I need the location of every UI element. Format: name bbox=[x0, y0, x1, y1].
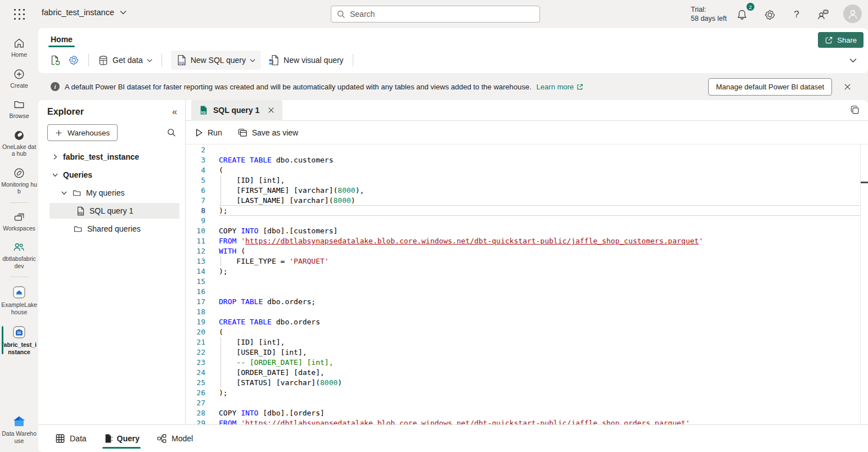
code-line[interactable]: 28COPY INTO [dbo].[orders] bbox=[186, 408, 868, 418]
code-token: INTO bbox=[241, 409, 258, 417]
add-warehouses-button[interactable]: Warehouses bbox=[47, 124, 118, 141]
nav-onelake-data-hub[interactable]: OneLake data hub bbox=[0, 126, 38, 161]
code-token: COPY bbox=[219, 409, 241, 417]
query-tab[interactable]: SQL SQL query 1 bbox=[191, 100, 282, 121]
code-line[interactable]: 8); bbox=[186, 206, 868, 216]
tab-data[interactable]: Data bbox=[55, 425, 87, 452]
manage-dataset-button[interactable]: Manage default Power BI dataset bbox=[708, 78, 832, 96]
notifications-button[interactable]: 2 bbox=[733, 6, 751, 24]
code-token: 8000 bbox=[334, 196, 351, 205]
code-line[interactable]: 6 [FIRST_NAME] [varchar](8000), bbox=[186, 186, 868, 196]
tree-item-my-queries[interactable]: My queries bbox=[47, 184, 179, 202]
indent-guide bbox=[221, 368, 221, 378]
close-tab-icon[interactable] bbox=[268, 107, 275, 114]
code-line[interactable]: 27 bbox=[186, 398, 868, 408]
code-line[interactable]: 17DROP TABLE dbo.orders; bbox=[186, 297, 868, 307]
line-number: 8 bbox=[186, 206, 205, 216]
get-data-button[interactable]: Get data bbox=[98, 55, 152, 66]
workspace-main: Explorer « Warehouses fabric_test_instan… bbox=[38, 100, 868, 452]
code-line[interactable]: 24 [ORDER_DATE] [date], bbox=[186, 368, 868, 378]
tab-query[interactable]: Query bbox=[104, 425, 140, 452]
feedback-button[interactable] bbox=[814, 6, 832, 24]
tree-item-warehouse[interactable]: fabric_test_instance bbox=[47, 148, 179, 166]
database-icon bbox=[98, 55, 109, 66]
doc-refresh-icon bbox=[50, 55, 61, 66]
warehouse-icon bbox=[12, 325, 26, 340]
home-icon bbox=[13, 37, 25, 49]
settings-button[interactable] bbox=[761, 6, 779, 24]
code-line[interactable]: 5 [ID] [int], bbox=[186, 175, 868, 186]
code-line-content: ); bbox=[219, 266, 861, 277]
gear-icon bbox=[764, 9, 776, 21]
code-line[interactable]: 12WITH ( bbox=[186, 246, 868, 256]
code-line[interactable]: 11FROM 'https://dbtlabsynapsedatalake.bl… bbox=[186, 236, 868, 246]
nav-home[interactable]: Home bbox=[0, 34, 38, 62]
new-visual-query-button[interactable]: New visual query bbox=[268, 55, 344, 66]
rail-divider bbox=[10, 277, 29, 277]
nav-fabric-test-instance[interactable]: fabric_test_instance bbox=[0, 322, 38, 359]
account-avatar[interactable] bbox=[843, 4, 862, 23]
nav-browse[interactable]: Browse bbox=[0, 95, 38, 123]
save-as-view-button[interactable]: Save as view bbox=[238, 128, 298, 137]
nav-dbtlabsfabricdev[interactable]: dbtlabsfabricdev bbox=[0, 238, 38, 273]
line-number: 20 bbox=[186, 327, 205, 337]
explorer-search-icon[interactable] bbox=[167, 128, 176, 137]
code-line[interactable]: 20( bbox=[186, 327, 868, 337]
code-line[interactable]: 4( bbox=[186, 165, 868, 175]
learn-more-link[interactable]: Learn more bbox=[537, 83, 583, 91]
tab-model[interactable]: Model bbox=[156, 425, 193, 452]
collapse-panel-icon[interactable]: « bbox=[172, 107, 177, 117]
indent-guide bbox=[221, 186, 221, 196]
code-line-content: ); bbox=[219, 388, 861, 398]
line-number: 29 bbox=[186, 418, 205, 424]
code-line-content: WITH ( bbox=[219, 246, 861, 256]
code-line[interactable]: 19CREATE TABLE dbo.orders bbox=[186, 317, 868, 327]
code-line-content: [ID] [int], bbox=[219, 175, 861, 186]
nav-workspaces[interactable]: Workspaces bbox=[0, 207, 38, 236]
nav-examplelakehouse[interactable]: ExampleLakehouse bbox=[0, 282, 38, 319]
code-lines: 23CREATE TABLE dbo.customers4(5 [ID] [in… bbox=[186, 145, 868, 424]
code-line[interactable]: 26); bbox=[186, 388, 868, 398]
play-icon bbox=[195, 128, 203, 137]
code-line[interactable]: 29FROM 'https://dbtlabsynapsedatalake.bl… bbox=[186, 418, 868, 424]
tree-item-queries[interactable]: Queries bbox=[47, 166, 179, 184]
code-line[interactable]: 10COPY INTO [dbo].[customers] bbox=[186, 226, 868, 236]
code-line[interactable]: 25 [STATUS] [varchar](8000) bbox=[186, 378, 868, 388]
code-line[interactable]: 2 bbox=[186, 145, 868, 155]
code-line[interactable]: 3CREATE TABLE dbo.customers bbox=[186, 155, 868, 165]
code-line[interactable]: 13 FILE_TYPE = 'PARQUET' bbox=[186, 256, 868, 266]
nav-create[interactable]: Create bbox=[0, 65, 38, 93]
tab-home[interactable]: Home bbox=[50, 31, 74, 47]
code-line[interactable]: 22 [USER_ID] [int], bbox=[186, 347, 868, 358]
tree-item-sql-query-1[interactable]: SQL SQL query 1 bbox=[50, 203, 179, 219]
code-line[interactable]: 18 bbox=[186, 307, 868, 317]
run-button[interactable]: Run bbox=[195, 128, 222, 137]
sql-code-editor[interactable]: 23CREATE TABLE dbo.customers4(5 [ID] [in… bbox=[186, 144, 868, 424]
copy-icon[interactable] bbox=[850, 105, 860, 115]
help-button[interactable]: ? bbox=[788, 6, 806, 24]
code-token: ) bbox=[338, 378, 342, 387]
waffle-menu-icon[interactable] bbox=[11, 6, 27, 22]
code-token: [FIRST_NAME] [varchar]( bbox=[219, 186, 338, 195]
code-line[interactable]: 7 [LAST_NAME] [varchar](8000) bbox=[186, 196, 868, 206]
tree-item-shared-queries[interactable]: Shared queries bbox=[47, 220, 179, 238]
code-line[interactable]: 15 bbox=[186, 277, 868, 287]
workspace-switcher[interactable]: fabric_test_instance bbox=[42, 8, 127, 17]
refresh-query-button[interactable] bbox=[50, 55, 61, 66]
code-line[interactable]: 14); bbox=[186, 266, 868, 277]
search-input[interactable] bbox=[350, 10, 534, 19]
code-line[interactable]: 9 bbox=[186, 216, 868, 226]
share-button[interactable]: Share bbox=[818, 32, 863, 48]
code-line[interactable]: 16 bbox=[186, 287, 868, 297]
nav-data-warehouse[interactable]: Data Warehouse bbox=[0, 412, 38, 448]
overview-ruler[interactable] bbox=[860, 144, 861, 424]
banner-close-icon[interactable] bbox=[844, 83, 851, 91]
code-token: 8000 bbox=[320, 378, 338, 387]
nav-monitoring-hub[interactable]: Monitoring hub bbox=[0, 164, 38, 198]
ribbon-collapse-chevron[interactable] bbox=[849, 58, 857, 63]
query-settings-button[interactable] bbox=[68, 55, 79, 66]
new-sql-query-button[interactable]: SQL New SQL query bbox=[171, 51, 261, 70]
line-number: 18 bbox=[186, 307, 205, 317]
code-line[interactable]: 23 -- [ORDER_DATE] [int], bbox=[186, 358, 868, 368]
code-line[interactable]: 21 [ID] [int], bbox=[186, 337, 868, 347]
